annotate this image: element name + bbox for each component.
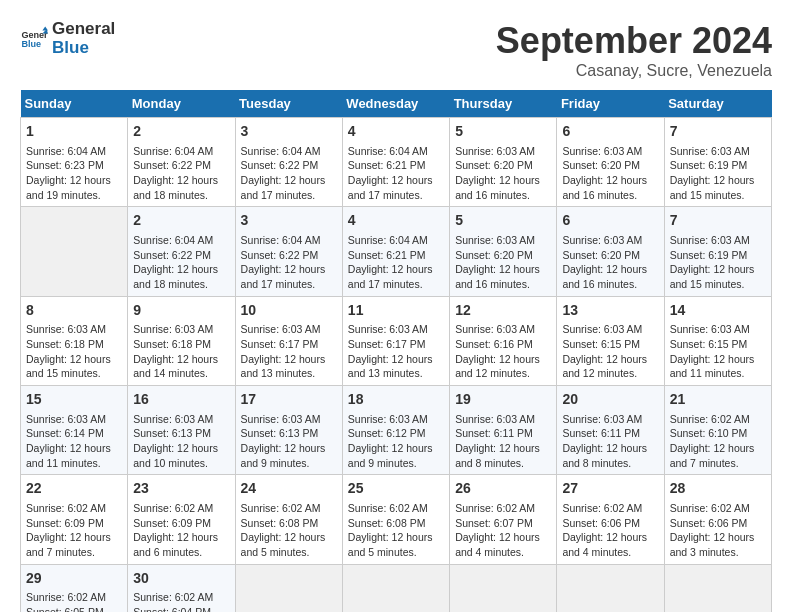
day-number: 17: [241, 390, 337, 410]
day-number: 12: [455, 301, 551, 321]
calendar-row: 22Sunrise: 6:02 AM Sunset: 6:09 PM Dayli…: [21, 475, 772, 564]
day-number: 5: [455, 211, 551, 231]
table-row: [235, 564, 342, 612]
day-number: 1: [26, 122, 122, 142]
day-info: Sunrise: 6:03 AM Sunset: 6:18 PM Dayligh…: [26, 322, 122, 381]
svg-text:Blue: Blue: [21, 39, 41, 49]
table-row: 8Sunrise: 6:03 AM Sunset: 6:18 PM Daylig…: [21, 296, 128, 385]
day-info: Sunrise: 6:03 AM Sunset: 6:19 PM Dayligh…: [670, 144, 766, 203]
day-info: Sunrise: 6:03 AM Sunset: 6:20 PM Dayligh…: [455, 233, 551, 292]
table-row: 4Sunrise: 6:04 AM Sunset: 6:21 PM Daylig…: [342, 118, 449, 207]
day-info: Sunrise: 6:04 AM Sunset: 6:23 PM Dayligh…: [26, 144, 122, 203]
day-info: Sunrise: 6:04 AM Sunset: 6:21 PM Dayligh…: [348, 233, 444, 292]
table-row: 26Sunrise: 6:02 AM Sunset: 6:07 PM Dayli…: [450, 475, 557, 564]
day-info: Sunrise: 6:03 AM Sunset: 6:13 PM Dayligh…: [133, 412, 229, 471]
table-row: [342, 564, 449, 612]
table-row: 4Sunrise: 6:04 AM Sunset: 6:21 PM Daylig…: [342, 207, 449, 296]
day-number: 4: [348, 122, 444, 142]
day-number: 11: [348, 301, 444, 321]
logo-icon: General Blue: [20, 25, 48, 53]
calendar-header-row: Sunday Monday Tuesday Wednesday Thursday…: [21, 90, 772, 118]
day-number: 7: [670, 211, 766, 231]
day-info: Sunrise: 6:03 AM Sunset: 6:20 PM Dayligh…: [562, 144, 658, 203]
col-wednesday: Wednesday: [342, 90, 449, 118]
day-info: Sunrise: 6:03 AM Sunset: 6:20 PM Dayligh…: [455, 144, 551, 203]
table-row: 19Sunrise: 6:03 AM Sunset: 6:11 PM Dayli…: [450, 386, 557, 475]
day-number: 3: [241, 211, 337, 231]
col-thursday: Thursday: [450, 90, 557, 118]
day-info: Sunrise: 6:02 AM Sunset: 6:09 PM Dayligh…: [26, 501, 122, 560]
table-row: 2Sunrise: 6:04 AM Sunset: 6:22 PM Daylig…: [128, 207, 235, 296]
col-sunday: Sunday: [21, 90, 128, 118]
day-info: Sunrise: 6:04 AM Sunset: 6:21 PM Dayligh…: [348, 144, 444, 203]
day-info: Sunrise: 6:03 AM Sunset: 6:12 PM Dayligh…: [348, 412, 444, 471]
day-number: 20: [562, 390, 658, 410]
table-row: 18Sunrise: 6:03 AM Sunset: 6:12 PM Dayli…: [342, 386, 449, 475]
day-number: 15: [26, 390, 122, 410]
day-info: Sunrise: 6:03 AM Sunset: 6:19 PM Dayligh…: [670, 233, 766, 292]
table-row: 17Sunrise: 6:03 AM Sunset: 6:13 PM Dayli…: [235, 386, 342, 475]
day-number: 3: [241, 122, 337, 142]
day-number: 30: [133, 569, 229, 589]
day-info: Sunrise: 6:03 AM Sunset: 6:11 PM Dayligh…: [455, 412, 551, 471]
calendar-table: Sunday Monday Tuesday Wednesday Thursday…: [20, 90, 772, 612]
day-info: Sunrise: 6:02 AM Sunset: 6:08 PM Dayligh…: [348, 501, 444, 560]
day-number: 24: [241, 479, 337, 499]
col-saturday: Saturday: [664, 90, 771, 118]
svg-marker-2: [42, 26, 48, 30]
day-info: Sunrise: 6:03 AM Sunset: 6:16 PM Dayligh…: [455, 322, 551, 381]
table-row: 7Sunrise: 6:03 AM Sunset: 6:19 PM Daylig…: [664, 118, 771, 207]
day-info: Sunrise: 6:03 AM Sunset: 6:20 PM Dayligh…: [562, 233, 658, 292]
day-number: 22: [26, 479, 122, 499]
table-row: 15Sunrise: 6:03 AM Sunset: 6:14 PM Dayli…: [21, 386, 128, 475]
day-number: 10: [241, 301, 337, 321]
day-number: 6: [562, 122, 658, 142]
table-row: [664, 564, 771, 612]
table-row: 24Sunrise: 6:02 AM Sunset: 6:08 PM Dayli…: [235, 475, 342, 564]
table-row: 11Sunrise: 6:03 AM Sunset: 6:17 PM Dayli…: [342, 296, 449, 385]
title-block: September 2024 Casanay, Sucre, Venezuela: [496, 20, 772, 80]
table-row: 5Sunrise: 6:03 AM Sunset: 6:20 PM Daylig…: [450, 207, 557, 296]
table-row: 5Sunrise: 6:03 AM Sunset: 6:20 PM Daylig…: [450, 118, 557, 207]
day-number: 7: [670, 122, 766, 142]
table-row: [557, 564, 664, 612]
page-header: General Blue General Blue September 2024…: [20, 20, 772, 80]
day-info: Sunrise: 6:04 AM Sunset: 6:22 PM Dayligh…: [133, 144, 229, 203]
day-info: Sunrise: 6:02 AM Sunset: 6:10 PM Dayligh…: [670, 412, 766, 471]
table-row: 22Sunrise: 6:02 AM Sunset: 6:09 PM Dayli…: [21, 475, 128, 564]
day-info: Sunrise: 6:02 AM Sunset: 6:07 PM Dayligh…: [455, 501, 551, 560]
day-number: 13: [562, 301, 658, 321]
day-number: 16: [133, 390, 229, 410]
day-info: Sunrise: 6:02 AM Sunset: 6:06 PM Dayligh…: [670, 501, 766, 560]
calendar-row: 2Sunrise: 6:04 AM Sunset: 6:22 PM Daylig…: [21, 207, 772, 296]
day-number: 28: [670, 479, 766, 499]
table-row: 12Sunrise: 6:03 AM Sunset: 6:16 PM Dayli…: [450, 296, 557, 385]
day-number: 14: [670, 301, 766, 321]
logo: General Blue General Blue: [20, 20, 115, 57]
day-number: 19: [455, 390, 551, 410]
col-monday: Monday: [128, 90, 235, 118]
day-number: 26: [455, 479, 551, 499]
day-number: 18: [348, 390, 444, 410]
day-number: 21: [670, 390, 766, 410]
table-row: 14Sunrise: 6:03 AM Sunset: 6:15 PM Dayli…: [664, 296, 771, 385]
day-info: Sunrise: 6:02 AM Sunset: 6:09 PM Dayligh…: [133, 501, 229, 560]
day-number: 4: [348, 211, 444, 231]
day-number: 27: [562, 479, 658, 499]
day-number: 29: [26, 569, 122, 589]
day-number: 23: [133, 479, 229, 499]
day-info: Sunrise: 6:04 AM Sunset: 6:22 PM Dayligh…: [241, 144, 337, 203]
table-row: 6Sunrise: 6:03 AM Sunset: 6:20 PM Daylig…: [557, 118, 664, 207]
calendar-row: 1Sunrise: 6:04 AM Sunset: 6:23 PM Daylig…: [21, 118, 772, 207]
day-info: Sunrise: 6:03 AM Sunset: 6:14 PM Dayligh…: [26, 412, 122, 471]
table-row: 9Sunrise: 6:03 AM Sunset: 6:18 PM Daylig…: [128, 296, 235, 385]
day-info: Sunrise: 6:03 AM Sunset: 6:17 PM Dayligh…: [241, 322, 337, 381]
calendar-row: 29Sunrise: 6:02 AM Sunset: 6:05 PM Dayli…: [21, 564, 772, 612]
day-info: Sunrise: 6:02 AM Sunset: 6:04 PM Dayligh…: [133, 590, 229, 612]
day-info: Sunrise: 6:04 AM Sunset: 6:22 PM Dayligh…: [241, 233, 337, 292]
day-number: 8: [26, 301, 122, 321]
table-row: 7Sunrise: 6:03 AM Sunset: 6:19 PM Daylig…: [664, 207, 771, 296]
table-row: 6Sunrise: 6:03 AM Sunset: 6:20 PM Daylig…: [557, 207, 664, 296]
table-row: [21, 207, 128, 296]
table-row: 13Sunrise: 6:03 AM Sunset: 6:15 PM Dayli…: [557, 296, 664, 385]
